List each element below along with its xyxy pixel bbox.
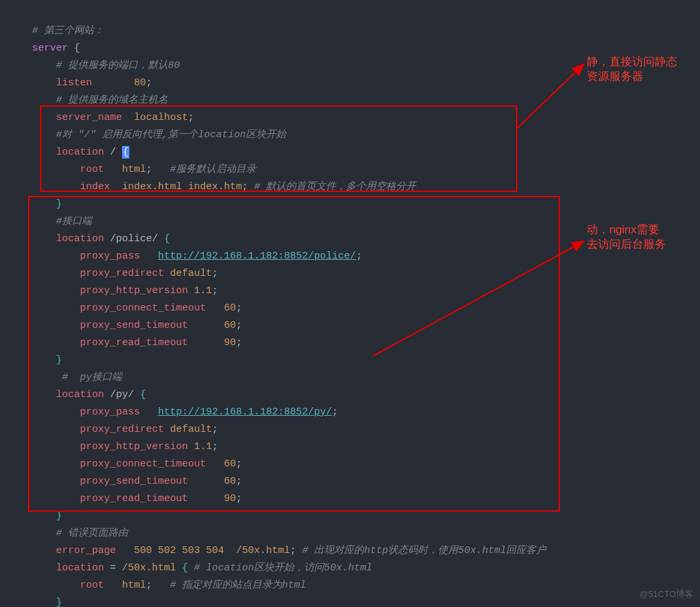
root-directive: root bbox=[80, 164, 104, 175]
close-brace: } bbox=[56, 597, 62, 607]
annotation-static: 静，直接访问静态资源服务器 bbox=[587, 55, 677, 84]
close-brace: } bbox=[56, 199, 62, 210]
listen-port: 80 bbox=[134, 77, 146, 89]
comment: # 第三个网站： bbox=[32, 25, 104, 37]
location-directive: location bbox=[56, 233, 104, 245]
comment: #对 "/" 启用反向代理,第一个location区块开始 bbox=[56, 129, 286, 141]
location-directive: location bbox=[56, 562, 104, 574]
comment: # 提供服务的端口，默认80 bbox=[56, 60, 180, 71]
location-directive: location bbox=[56, 389, 104, 400]
close-brace: } bbox=[56, 510, 62, 522]
cursor-brace: { bbox=[122, 146, 129, 159]
server-name-directive: server_name bbox=[56, 112, 122, 123]
server-name-value: localhost bbox=[134, 112, 188, 123]
watermark: @51CTO博客 bbox=[639, 586, 693, 603]
comment: # 错误页面路由 bbox=[56, 528, 128, 539]
proxy-pass-directive: proxy_pass bbox=[80, 251, 140, 262]
listen-directive: listen bbox=[56, 77, 92, 89]
error-page-directive: error_page bbox=[56, 545, 116, 556]
proxy-pass-url: http://192.168.1.182:8852/police/ bbox=[158, 251, 356, 262]
root-directive: root bbox=[80, 580, 104, 591]
index-directive: index bbox=[80, 181, 110, 193]
proxy-pass-directive: proxy_pass bbox=[80, 406, 140, 418]
comment: # py接口端 bbox=[62, 372, 122, 383]
close-brace: } bbox=[56, 354, 62, 366]
location-directive: location bbox=[56, 147, 104, 158]
comment: #接口端 bbox=[56, 216, 92, 227]
nginx-config-code: # 第三个网站： server { # 提供服务的端口，默认80 listen … bbox=[0, 0, 546, 607]
proxy-pass-url: http://192.168.1.182:8852/py/ bbox=[158, 406, 332, 418]
server-keyword: server bbox=[32, 43, 68, 54]
annotation-dynamic: 动，nginx需要去访问后台服务 bbox=[587, 223, 666, 252]
comment: # 提供服务的域名主机名 bbox=[56, 95, 168, 106]
